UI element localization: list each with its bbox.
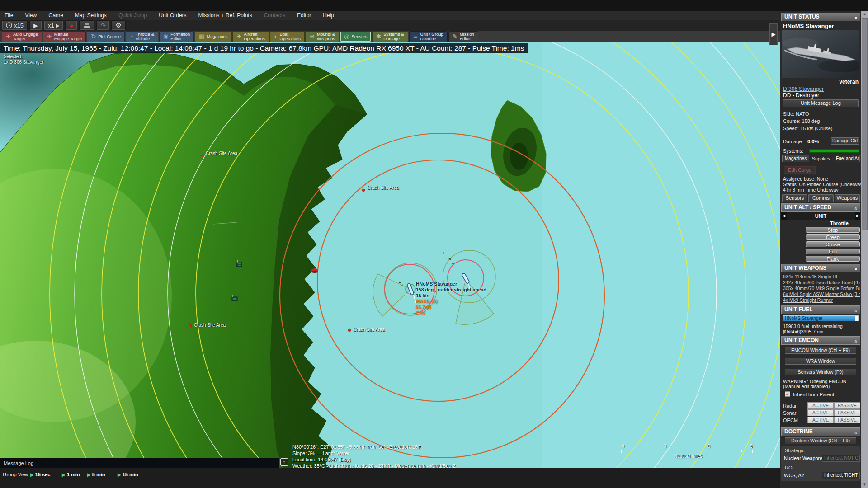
tab-weapons[interactable]: Weapons <box>835 194 860 202</box>
unit-status-header[interactable]: UNIT STATUS« <box>781 13 860 21</box>
tactical-map[interactable]: Time: Thursday, July 15, 1965 - Zulu: 12… <box>0 42 780 488</box>
radar-passive-button[interactable]: PASSIVE <box>834 402 860 409</box>
ship-label-db: 56.7dB <box>416 305 431 310</box>
ribbon-mission-editor[interactable]: ✎MissionEditor <box>448 31 478 42</box>
systems-label: Systems: <box>783 148 803 154</box>
weapon-link[interactable]: 4x Mk9 Straight Runner <box>783 297 860 303</box>
unit-speed: Speed: 15 kts (Cruise) <box>783 126 832 131</box>
next-unit-button[interactable]: ▶ <box>855 212 860 220</box>
ribbon-systems-damage[interactable]: ✱Systems &Damage <box>372 31 408 42</box>
collapse-icon: « <box>852 340 859 343</box>
unit-class-link[interactable]: D 306 Stavanger <box>783 86 824 92</box>
unit-fuel-header[interactable]: UNIT FUEL« <box>781 305 860 314</box>
unit-message-log-button[interactable]: Unit Message Log <box>783 99 859 107</box>
play-icon: ▶ <box>62 472 66 477</box>
sidebar-expand-button[interactable]: ▶ <box>769 23 778 45</box>
unit-emcon-header[interactable]: UNIT EMCON« <box>781 336 860 345</box>
sonar-passive-button[interactable]: PASSIVE <box>834 409 860 416</box>
time-step-5min[interactable]: ▶5 min <box>87 472 105 477</box>
menu-file[interactable]: File <box>5 12 13 19</box>
ribbon-boat-operations[interactable]: ◗BoatOperations <box>270 31 305 42</box>
systems-icon: ✱ <box>376 34 381 39</box>
oecm-active-button[interactable]: ACTIVE <box>807 417 834 423</box>
layers-icon <box>83 23 90 28</box>
sonar-active-button[interactable]: ACTIVE <box>807 409 834 416</box>
emcon-window-button[interactable]: EMCON Window (Ctrl + F9) <box>785 347 856 354</box>
ribbon-auto-engage-target[interactable]: ✈Auto EngageTarget <box>2 31 42 42</box>
ribbon-mounts-weapons[interactable]: ⊕Mounts &Weapons <box>306 31 339 42</box>
group-view-label[interactable]: Group View <box>3 472 28 477</box>
emcon-radar-label: Radar <box>783 403 797 408</box>
menu-unit-orders[interactable]: Unit Orders <box>159 12 186 19</box>
layers-button[interactable] <box>79 20 94 30</box>
north-arrow-icon[interactable]: ↑ <box>280 458 288 466</box>
emcon-sonar-label: Sonar <box>783 410 796 416</box>
doctrine-header[interactable]: DOCTRINE« <box>781 427 860 436</box>
nuclear-weapons-label: Nuclear Weapons <box>784 455 823 461</box>
weapon-link[interactable]: 934x 114mm/45 Single HE <box>783 274 860 279</box>
crash-site-label: Crash Site Area <box>206 151 237 156</box>
supplies-dropdown[interactable]: Fuel and Ammo ▾ <box>834 155 860 162</box>
unit-type: DD - Destroyer <box>783 92 819 99</box>
record-button[interactable]: ● <box>65 20 77 30</box>
ribbon-throttle-altitude[interactable]: ◔Throttle &Altitude <box>126 31 158 42</box>
scrollbar-thumb[interactable] <box>862 18 868 230</box>
menu-map-settings[interactable]: Map Settings <box>75 12 107 19</box>
throttle-flank-button[interactable]: Flank <box>806 256 860 262</box>
throttle-creep-button[interactable]: Creep <box>806 234 860 240</box>
time-step-1min[interactable]: ▶1 min <box>62 472 80 477</box>
scroll-down-icon[interactable]: ▼ <box>861 483 868 487</box>
play-icon: ▶ <box>118 472 121 477</box>
magazines-button[interactable]: Magazines <box>782 155 809 162</box>
menu-help[interactable]: Help <box>323 12 334 19</box>
time-compression-button[interactable]: x15 <box>2 20 28 30</box>
play-button[interactable]: ▶ <box>29 20 42 30</box>
time-step-15sec[interactable]: ▶15 sec <box>30 472 50 477</box>
step-button[interactable]: x1▶ <box>44 20 63 30</box>
sensors-window-button[interactable]: Sensors Window (F9) <box>785 369 856 375</box>
settings-button[interactable]: ⚙ <box>111 20 125 30</box>
message-log-bar[interactable]: Message Log <box>0 458 279 468</box>
menu-editor[interactable]: Editor <box>297 12 311 19</box>
wcs-air-label: WCS, Air <box>784 473 804 478</box>
weapon-link[interactable]: 6x Mk4 Squid ASW Mortar Salvo [3 rnds] <box>783 291 860 297</box>
ribbon-magazines[interactable]: ▥Magazines <box>195 31 231 42</box>
throttle-stop-button[interactable]: Stop <box>806 227 860 233</box>
weapon-link[interactable]: 305x 40mm/70 Mk9 Single Bofors Burst [4 … <box>783 286 860 291</box>
wcs-air-dropdown[interactable]: Inherited, TIGHT ▾ <box>822 472 860 479</box>
proficiency-badge: Veteran <box>839 79 859 85</box>
ribbon-formation-editor[interactable]: ◉FormationEditor <box>159 31 194 42</box>
tab-comms[interactable]: Comms <box>808 194 834 202</box>
ribbon-unit-group-doctrine[interactable]: ≣Unit / GroupDoctrine <box>409 31 448 42</box>
inherit-parent-checkbox[interactable]: ✓ <box>785 391 790 397</box>
redo-button[interactable]: ↷ <box>96 20 109 30</box>
doctrine-window-button[interactable]: Doctrine Window (Ctrl + F9) <box>785 437 856 444</box>
damage-ctrl-button[interactable]: Damage Ctrl <box>831 137 859 145</box>
time-compression-value: x15 <box>14 22 24 29</box>
edit-cargo-button[interactable]: Edit Cargo <box>784 166 816 174</box>
ribbon-aircraft-operations[interactable]: ✈AircraftOperations <box>232 31 269 42</box>
throttle-label: Throttle <box>830 221 849 226</box>
ribbon-manual-engage-target[interactable]: ✈ManualEngage Target <box>43 31 86 42</box>
throttle-cruise-button[interactable]: Cruise <box>806 241 860 247</box>
sidebar-scrollbar[interactable]: ▲ ▼ <box>861 11 868 488</box>
unit-alt-speed-header[interactable]: UNIT ALT / SPEED« <box>781 203 860 212</box>
wra-window-button[interactable]: WRA Window <box>785 358 856 365</box>
weapon-link[interactable]: 242x 40mm/60 Twin Bofors Burst [4 rnds] <box>783 280 860 285</box>
clock-icon <box>6 22 12 28</box>
ribbon-plot-course[interactable]: ↻Plot Course <box>87 31 125 42</box>
unit-weapons-header[interactable]: UNIT WEAPONS« <box>781 264 860 272</box>
menu-game[interactable]: Game <box>48 12 63 19</box>
throttle-full-button[interactable]: Full <box>806 249 860 254</box>
menu-view[interactable]: View <box>25 12 37 19</box>
time-step-15min[interactable]: ▶15 min <box>118 472 138 477</box>
gear-icon: ⚙ <box>115 21 121 29</box>
oecm-passive-button[interactable]: PASSIVE <box>834 417 860 423</box>
radar-active-button[interactable]: ACTIVE <box>807 402 834 409</box>
menu-missions-ref-points[interactable]: Missions + Ref. Points <box>198 12 252 19</box>
scale-tick-label: 9 <box>750 444 753 449</box>
tab-sensors[interactable]: Sensors <box>782 194 807 202</box>
scroll-up-icon[interactable]: ▲ <box>861 12 868 16</box>
ribbon-sensors[interactable]: ◎Sensors <box>340 31 371 42</box>
engage-icon: ✈ <box>47 34 52 39</box>
